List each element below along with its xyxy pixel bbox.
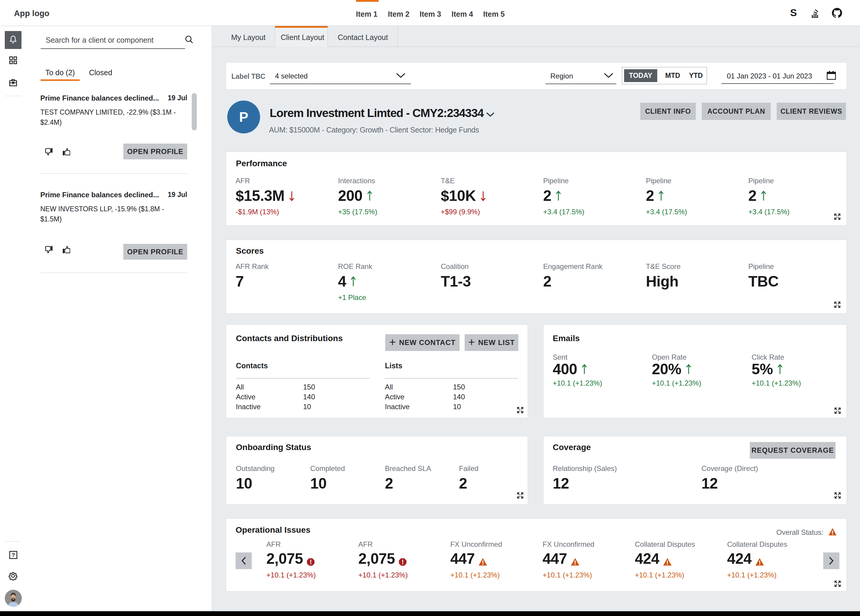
svg-text:?: ? [12, 552, 15, 558]
